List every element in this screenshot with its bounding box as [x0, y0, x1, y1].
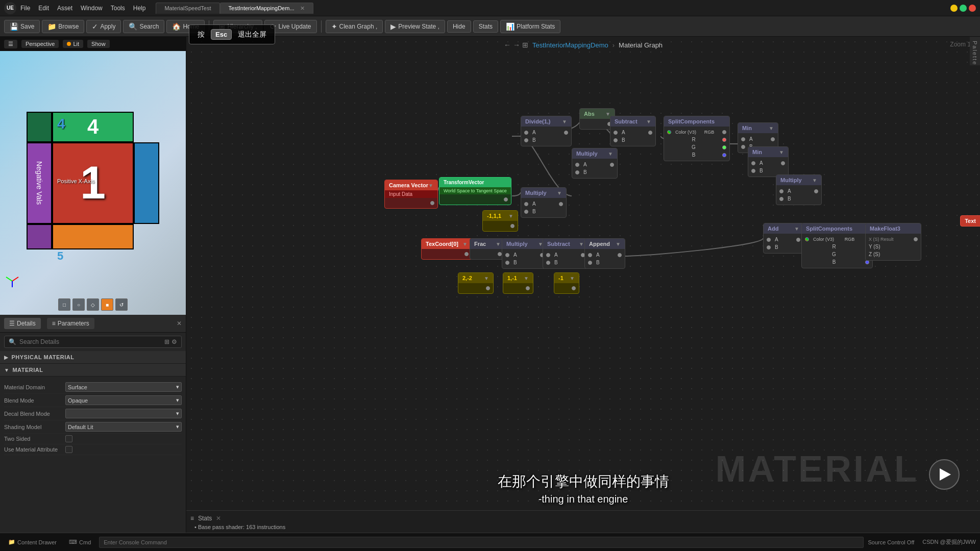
multiply-node-2[interactable]: Multiply ▼ A B [776, 174, 822, 205]
browse-button[interactable]: 📁 Browse [42, 20, 84, 33]
transform-vector-header[interactable]: TransformVector [439, 178, 511, 187]
subtract-2-expand-icon[interactable]: ▼ [579, 241, 584, 247]
multiply-2-expand-icon[interactable]: ▼ [812, 178, 817, 183]
maximize-button[interactable] [960, 5, 967, 12]
details-search-bar[interactable]: 🔍 ⊞ ⚙ [4, 336, 182, 348]
menu-tools[interactable]: Tools [111, 5, 125, 12]
clean-graph-button[interactable]: ✦ Clean Graph , [326, 20, 383, 33]
min-node-2-header[interactable]: Min ▼ [748, 147, 788, 157]
split-components-node-2[interactable]: SplitComponents Color (V3) RGB R G [801, 223, 873, 268]
camera-vector-node[interactable]: Camera Vector ▼ Input Data [384, 180, 438, 209]
subtract-node-2-header[interactable]: Subtract ▼ [543, 239, 588, 249]
apply-button[interactable]: ✓ Apply [86, 20, 121, 33]
menu-help[interactable]: Help [133, 5, 146, 12]
tab-materialspeedtest[interactable]: MaterialSpeedTest [156, 3, 219, 14]
viewport[interactable]: ☰ Perspective Lit Show 1 4 [0, 37, 186, 315]
subtract-node-2[interactable]: Subtract ▼ A B [543, 238, 589, 269]
console-command-input[interactable] [99, 537, 864, 548]
multiply-node-3-header[interactable]: Multiply ▼ [521, 188, 566, 198]
home-breadcrumb-button[interactable]: ⊞ [522, 41, 528, 49]
menu-asset[interactable]: Asset [57, 5, 72, 12]
vp-tool-3[interactable]: ◇ [87, 298, 99, 311]
menu-window[interactable]: Window [81, 5, 103, 12]
details-close-button[interactable]: ✕ [177, 320, 182, 327]
multiply-node-1[interactable]: Multiply ▼ A B [572, 148, 618, 179]
parameters-tab[interactable]: ≡ Parameters [47, 318, 94, 329]
preview-state-button[interactable]: ▶ Preview State , [385, 20, 445, 33]
taskbar-cmd[interactable]: ⌨ Cmd [65, 537, 95, 547]
abs-expand-icon[interactable]: ▼ [605, 111, 610, 117]
forward-button[interactable]: → [513, 41, 520, 49]
const-neg111-node[interactable]: -1,1,1 ▼ [482, 210, 518, 232]
stats-button[interactable]: Stats [473, 20, 498, 33]
vp-tool-5[interactable]: ↺ [115, 298, 128, 311]
append-header[interactable]: Append ▼ [585, 239, 625, 249]
minimize-button[interactable] [950, 5, 958, 12]
settings-icon[interactable]: ⚙ [172, 338, 177, 345]
tab-testinteriormapping[interactable]: TestInteriorMappingDem... ✕ [220, 3, 313, 14]
transform-vector-node[interactable]: TransformVector World Space to Tangent S… [439, 177, 511, 205]
lit-button[interactable]: Lit [63, 40, 83, 48]
multiply-node-1-header[interactable]: Multiply ▼ [572, 148, 617, 159]
min-1-expand-icon[interactable]: ▼ [769, 126, 774, 131]
physical-material-section[interactable]: ▶ PHYSICAL MATERIAL [0, 351, 186, 364]
min-2-expand-icon[interactable]: ▼ [779, 149, 784, 155]
blend-mode-select[interactable]: Opaque ▾ [65, 395, 182, 405]
viewport-menu-button[interactable]: ☰ [4, 40, 17, 48]
shading-model-value[interactable]: Default Lit ▾ [65, 422, 182, 432]
subtract-node-1[interactable]: Subtract ▼ A B [610, 116, 656, 146]
const-22-header[interactable]: 2,-2 ▼ [458, 273, 493, 283]
multiply-3-expand-icon[interactable]: ▼ [557, 190, 562, 196]
vp-tool-1[interactable]: □ [58, 298, 70, 311]
material-domain-value[interactable]: Surface ▾ [65, 382, 182, 392]
min-node-1-header[interactable]: Min ▼ [738, 123, 778, 133]
const-11-header[interactable]: 1,-1 ▼ [503, 273, 533, 283]
const-22-node[interactable]: 2,-2 ▼ [458, 272, 494, 294]
add-node[interactable]: Add ▼ A B [763, 223, 804, 254]
add-header[interactable]: Add ▼ [764, 223, 803, 234]
use-material-attribute-checkbox[interactable] [65, 446, 72, 453]
material-section[interactable]: ▼ MATERIAL [0, 364, 186, 377]
frac-node[interactable]: Frac ▼ [470, 238, 505, 260]
multiply-1-expand-icon[interactable]: ▼ [608, 151, 613, 157]
vp-tool-4[interactable]: ■ [101, 298, 113, 311]
divide-expand-icon[interactable]: ▼ [562, 119, 567, 124]
abs-node-header[interactable]: Abs ▼ [580, 109, 615, 119]
menu-edit[interactable]: Edit [38, 5, 49, 12]
material-domain-select[interactable]: Surface ▾ [65, 382, 182, 392]
multiply-node-5[interactable]: Multiply ▼ A B [502, 238, 548, 269]
const-11-node[interactable]: 1,-1 ▼ [503, 272, 533, 294]
perspective-button[interactable]: Perspective [21, 40, 59, 48]
blend-mode-value[interactable]: Opaque ▾ [65, 395, 182, 405]
multiply-node-3[interactable]: Multiply ▼ A B [521, 187, 567, 218]
const-neg111-header[interactable]: -1,1,1 ▼ [483, 211, 518, 221]
const-11-expand-icon[interactable]: ▼ [524, 276, 529, 281]
frac-expand-icon[interactable]: ▼ [496, 241, 501, 247]
add-expand-icon[interactable]: ▼ [794, 226, 799, 232]
menu-file[interactable]: File [20, 5, 30, 12]
const-neg111-expand-icon[interactable]: ▼ [508, 213, 513, 219]
make-float3-header[interactable]: MakeFloat3 [866, 223, 921, 234]
search-button[interactable]: 🔍 Search [123, 20, 164, 33]
camera-vector-expand-icon[interactable]: ▼ [428, 183, 433, 188]
texcoord-header[interactable]: TexCoord[0] ▼ [422, 239, 472, 249]
text-partial-node[interactable]: Text [960, 215, 980, 227]
split-components-node-2-header[interactable]: SplitComponents [802, 223, 872, 234]
min-node-2[interactable]: Min ▼ A B [748, 146, 789, 177]
breadcrumb-project[interactable]: TestInteriorMappingDemo [532, 41, 608, 49]
filter-icon[interactable]: ⊞ [164, 338, 169, 345]
vp-tool-2[interactable]: ○ [72, 298, 85, 311]
multiply-node-2-header[interactable]: Multiply ▼ [776, 175, 821, 185]
const-neg1-header[interactable]: -1 ▼ [554, 273, 579, 283]
const-22-expand-icon[interactable]: ▼ [484, 276, 489, 281]
camera-vector-header[interactable]: Camera Vector ▼ [385, 180, 437, 190]
make-float3-node[interactable]: MakeFloat3 X (S) Result Y (S) Z (S) [865, 223, 921, 261]
close-button[interactable] [969, 5, 976, 12]
shading-model-select[interactable]: Default Lit ▾ [65, 422, 182, 432]
decal-blend-mode-value[interactable]: ▾ [65, 409, 182, 418]
hide-button[interactable]: Hide [447, 20, 471, 33]
subtract-node-1-header[interactable]: Subtract ▼ [610, 116, 655, 127]
two-sided-checkbox[interactable] [65, 435, 72, 442]
back-button[interactable]: ← [504, 41, 511, 49]
material-graph-area[interactable]: ← → ⊞ TestInteriorMappingDemo › Material… [186, 37, 980, 551]
